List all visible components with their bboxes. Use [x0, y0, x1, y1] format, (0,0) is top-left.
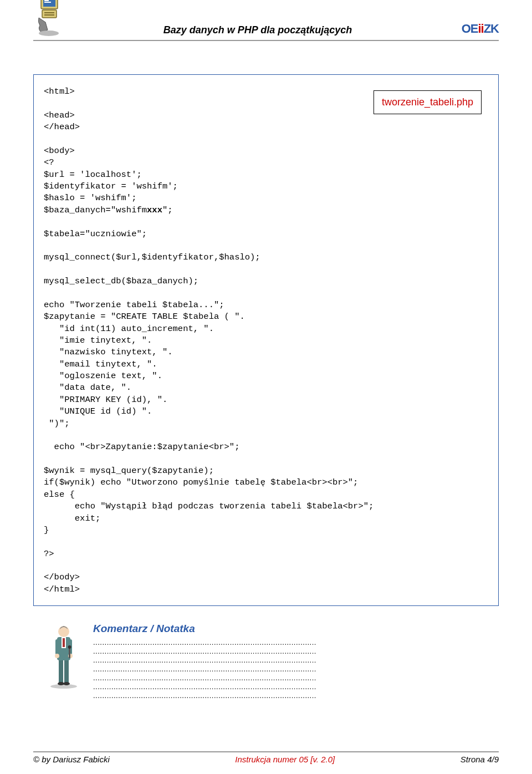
- svg-rect-4: [42, 10, 57, 18]
- svg-rect-5: [44, 12, 54, 13]
- svg-point-20: [63, 682, 70, 685]
- person-icon: [44, 623, 83, 689]
- note-dotted-line: ........................................…: [93, 665, 499, 673]
- page-header: Bazy danych w PHP dla początkujących OEi…: [0, 0, 532, 40]
- code-line: else {: [44, 490, 75, 500]
- code-line: "data date, ".: [44, 383, 131, 393]
- code-line: if($wynik) echo "Utworzono pomyślnie tab…: [44, 477, 358, 487]
- code-line: <body>: [44, 146, 75, 156]
- note-dotted-line: ........................................…: [93, 691, 499, 700]
- code-block: tworzenie_tabeli.php<html> <head> </head…: [33, 74, 499, 606]
- svg-rect-21: [69, 648, 70, 658]
- code-line: <?: [44, 157, 54, 167]
- code-line: <html>: [44, 86, 75, 96]
- svg-point-15: [55, 654, 59, 658]
- note-dotted-line: ........................................…: [93, 647, 499, 655]
- note-dotted-line: ........................................…: [93, 683, 499, 691]
- code-line: "id int(11) auto_increment, ".: [44, 324, 214, 334]
- code-line: "nazwisko tinytext, ".: [44, 347, 173, 357]
- code-line: </body>: [44, 572, 80, 582]
- computer-icon: [37, 0, 63, 39]
- code-line: $zapytanie = "CREATE TABLE $tabela ( ".: [44, 312, 245, 322]
- code-line: $haslo = 'wshifm';: [44, 193, 136, 203]
- note-dotted-line: ........................................…: [93, 656, 499, 664]
- code-line: </html>: [44, 584, 80, 594]
- code-line: ")";: [44, 419, 70, 429]
- code-line: </head>: [44, 122, 80, 132]
- svg-point-7: [39, 30, 59, 36]
- svg-rect-13: [55, 639, 59, 655]
- svg-rect-3: [44, 2, 51, 3]
- code-line: $url = 'localhost';: [44, 170, 142, 180]
- svg-rect-6: [44, 14, 54, 16]
- code-line: "PRIMARY KEY (id), ".: [44, 395, 167, 405]
- svg-point-9: [58, 626, 69, 637]
- header-title: Bazy danych w PHP dla początkujących: [72, 24, 443, 39]
- svg-point-22: [68, 645, 71, 649]
- footer-left: © by Dariusz Fabicki: [33, 755, 110, 764]
- code-line: $tabela="uczniowie";: [44, 229, 147, 239]
- notes-title: Komentarz / Notatka: [93, 623, 499, 635]
- code-line: $baza_danych="wshifm: [44, 205, 147, 215]
- code-line: "email tinytext, ".: [44, 359, 157, 369]
- code-line: ?>: [44, 549, 54, 559]
- code-line: "imie tinytext, ".: [44, 335, 152, 345]
- code-line: echo "Tworzenie tabeli $tabela...";: [44, 300, 224, 310]
- note-dotted-line: ........................................…: [93, 674, 499, 682]
- svg-rect-12: [63, 638, 65, 647]
- note-dotted-line: ........................................…: [93, 638, 499, 646]
- code-line: "UNIQUE id (id) ".: [44, 406, 152, 416]
- code-line: "ogloszenie text, ".: [44, 371, 162, 381]
- footer-right: Strona 4/9: [461, 755, 499, 764]
- code-line: }: [44, 525, 49, 535]
- code-line: exit;: [44, 513, 100, 523]
- code-line: echo "<br>Zapytanie:$zapytanie<br>";: [44, 442, 239, 452]
- svg-rect-2: [44, 0, 49, 1]
- svg-rect-17: [59, 660, 63, 683]
- code-line: mysql_select_db($baza_danych);: [44, 276, 198, 286]
- code-line: mysql_connect($url,$identyfikator,$haslo…: [44, 252, 260, 262]
- footer-center: Instrukcja numer 05 [v. 2.0]: [235, 755, 335, 764]
- code-bold: xxx: [147, 205, 162, 215]
- page-footer: © by Dariusz Fabicki Instrukcja numer 05…: [33, 751, 499, 764]
- footer-rule: [33, 751, 499, 752]
- svg-point-8: [50, 684, 77, 689]
- notes-lines: ........................................…: [93, 638, 499, 700]
- code-line: <head>: [44, 110, 75, 120]
- code-line: echo "Wystąpił błąd podczas tworzenia ta…: [44, 501, 374, 511]
- code-line: $wynik = mysql_query($zapytanie);: [44, 466, 214, 476]
- code-line: ";: [162, 205, 173, 215]
- notes-section: Komentarz / Notatka ....................…: [33, 623, 499, 700]
- header-icon-wrap: [33, 6, 72, 39]
- code-line: $identyfikator = 'wshifm';: [44, 181, 178, 191]
- svg-rect-18: [64, 660, 69, 683]
- header-logo: OEiiZK: [443, 22, 499, 39]
- file-label: tworzenie_tabeli.php: [374, 90, 482, 114]
